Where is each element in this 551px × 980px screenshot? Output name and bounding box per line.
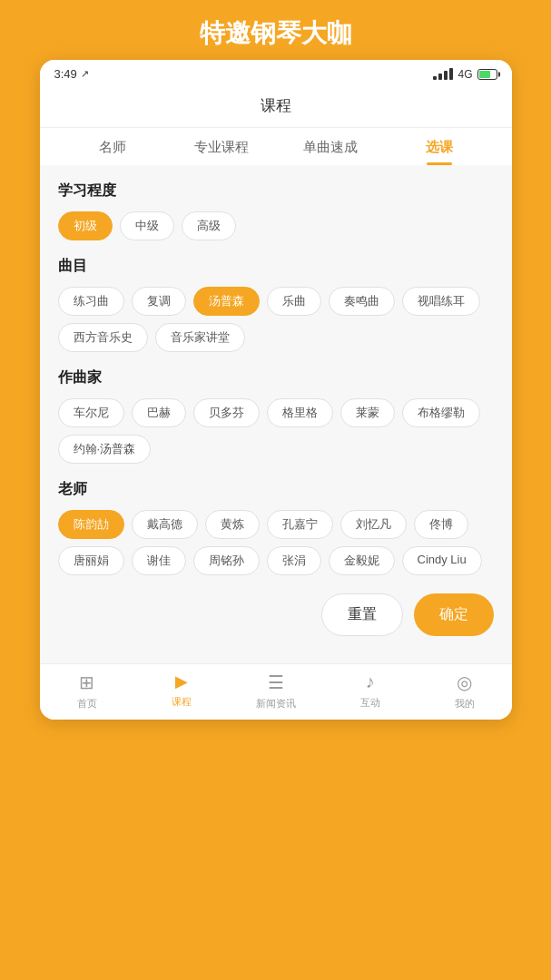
tag-comp-3[interactable]: 格里格 bbox=[267, 398, 333, 427]
repertoire-section: 曲目 练习曲 复调 汤普森 乐曲 奏鸣曲 视唱练耳 西方音乐史 音乐家讲堂 bbox=[58, 257, 494, 352]
tag-comp-6[interactable]: 约翰·汤普森 bbox=[58, 435, 152, 464]
level-section: 学习程度 初级 中级 高级 bbox=[58, 181, 494, 240]
nav-interact[interactable]: ♪ 互动 bbox=[323, 671, 418, 710]
tag-rep-4[interactable]: 奏鸣曲 bbox=[329, 287, 395, 316]
content-area: 学习程度 初级 中级 高级 曲目 练习曲 复调 汤普森 乐曲 奏鸣曲 视唱练耳 … bbox=[40, 165, 512, 663]
level-title: 学习程度 bbox=[58, 181, 494, 201]
tag-comp-2[interactable]: 贝多芬 bbox=[193, 398, 260, 427]
action-buttons: 重置 确定 bbox=[58, 593, 494, 645]
tag-comp-5[interactable]: 布格缪勒 bbox=[402, 398, 480, 427]
tag-level-1[interactable]: 中级 bbox=[120, 211, 174, 240]
network-type: 4G bbox=[458, 68, 472, 81]
tab-zhuanye[interactable]: 专业课程 bbox=[167, 139, 276, 165]
teacher-section: 老师 陈韵劼 戴高德 黄炼 孔嘉宁 刘忆凡 佟博 唐丽娟 谢佳 周铭孙 张涓 金… bbox=[58, 480, 494, 575]
nav-news-label: 新闻资讯 bbox=[256, 697, 296, 710]
nav-news[interactable]: ☰ 新闻资讯 bbox=[229, 671, 323, 710]
tag-rep-7[interactable]: 音乐家讲堂 bbox=[155, 323, 245, 352]
nav-home[interactable]: ⊞ 首页 bbox=[40, 671, 134, 710]
repertoire-title: 曲目 bbox=[58, 257, 494, 276]
tag-teacher-1[interactable]: 戴高德 bbox=[132, 510, 198, 539]
tag-comp-0[interactable]: 车尔尼 bbox=[58, 398, 124, 427]
tag-comp-1[interactable]: 巴赫 bbox=[132, 398, 186, 427]
tag-teacher-8[interactable]: 周铭孙 bbox=[193, 546, 260, 575]
tag-level-0[interactable]: 初级 bbox=[58, 211, 113, 240]
page-title: 特邀钢琴大咖 bbox=[0, 0, 551, 60]
teacher-tags: 陈韵劼 戴高德 黄炼 孔嘉宁 刘忆凡 佟博 唐丽娟 谢佳 周铭孙 张涓 金毅妮 … bbox=[58, 510, 494, 575]
tag-rep-0[interactable]: 练习曲 bbox=[58, 287, 124, 316]
tag-teacher-4[interactable]: 刘忆凡 bbox=[340, 510, 407, 539]
tag-teacher-7[interactable]: 谢佳 bbox=[132, 546, 186, 575]
tag-teacher-5[interactable]: 佟博 bbox=[414, 510, 468, 539]
repertoire-tags: 练习曲 复调 汤普森 乐曲 奏鸣曲 视唱练耳 西方音乐史 音乐家讲堂 bbox=[58, 287, 494, 352]
status-left: 3:49 ↗ bbox=[54, 67, 89, 81]
tag-rep-3[interactable]: 乐曲 bbox=[267, 287, 321, 316]
tab-xuanke[interactable]: 选课 bbox=[385, 139, 494, 165]
nav-home-label: 首页 bbox=[77, 697, 97, 710]
tab-bar: 名师 专业课程 单曲速成 选课 bbox=[40, 128, 512, 165]
location-icon: ↗ bbox=[81, 68, 89, 80]
tab-danqu[interactable]: 单曲速成 bbox=[276, 139, 385, 165]
interact-icon: ♪ bbox=[366, 671, 375, 692]
tag-rep-5[interactable]: 视唱练耳 bbox=[402, 287, 480, 316]
tag-teacher-2[interactable]: 黄炼 bbox=[205, 510, 260, 539]
tag-comp-4[interactable]: 莱蒙 bbox=[340, 398, 395, 427]
tag-teacher-10[interactable]: 金毅妮 bbox=[329, 546, 395, 575]
tag-teacher-9[interactable]: 张涓 bbox=[267, 546, 321, 575]
nav-course-label: 课程 bbox=[172, 695, 192, 709]
header-title: 课程 bbox=[261, 97, 291, 114]
bottom-nav: ⊞ 首页 ▶ 课程 ☰ 新闻资讯 ♪ 互动 ◎ 我的 bbox=[40, 663, 512, 720]
tab-mingshi[interactable]: 名师 bbox=[58, 139, 167, 165]
nav-interact-label: 互动 bbox=[360, 696, 380, 710]
nav-course[interactable]: ▶ 课程 bbox=[134, 671, 229, 710]
level-tags: 初级 中级 高级 bbox=[58, 211, 494, 240]
signal-icon bbox=[433, 68, 453, 80]
tag-level-2[interactable]: 高级 bbox=[182, 211, 236, 240]
tag-teacher-6[interactable]: 唐丽娟 bbox=[58, 546, 124, 575]
tag-rep-2[interactable]: 汤普森 bbox=[193, 287, 260, 316]
status-bar: 3:49 ↗ 4G bbox=[40, 60, 512, 86]
nav-mine-label: 我的 bbox=[455, 697, 475, 710]
reset-button[interactable]: 重置 bbox=[321, 593, 403, 636]
course-icon: ▶ bbox=[175, 671, 188, 691]
home-icon: ⊞ bbox=[79, 671, 94, 693]
composer-tags: 车尔尼 巴赫 贝多芬 格里格 莱蒙 布格缪勒 约翰·汤普森 bbox=[58, 398, 494, 464]
composer-title: 作曲家 bbox=[58, 368, 494, 387]
mine-icon: ◎ bbox=[457, 671, 472, 693]
tag-rep-1[interactable]: 复调 bbox=[132, 287, 186, 316]
teacher-title: 老师 bbox=[58, 480, 494, 499]
news-icon: ☰ bbox=[268, 671, 284, 693]
composer-section: 作曲家 车尔尼 巴赫 贝多芬 格里格 莱蒙 布格缪勒 约翰·汤普森 bbox=[58, 368, 494, 464]
battery-icon bbox=[477, 69, 497, 80]
time-display: 3:49 bbox=[54, 67, 77, 81]
tag-teacher-11[interactable]: Cindy Liu bbox=[402, 546, 482, 575]
status-right: 4G bbox=[433, 68, 497, 81]
confirm-button[interactable]: 确定 bbox=[414, 593, 494, 636]
nav-mine[interactable]: ◎ 我的 bbox=[418, 671, 512, 710]
tag-teacher-3[interactable]: 孔嘉宁 bbox=[267, 510, 333, 539]
course-header: 课程 bbox=[40, 86, 512, 128]
tag-teacher-0[interactable]: 陈韵劼 bbox=[58, 510, 124, 539]
tag-rep-6[interactable]: 西方音乐史 bbox=[58, 323, 148, 352]
